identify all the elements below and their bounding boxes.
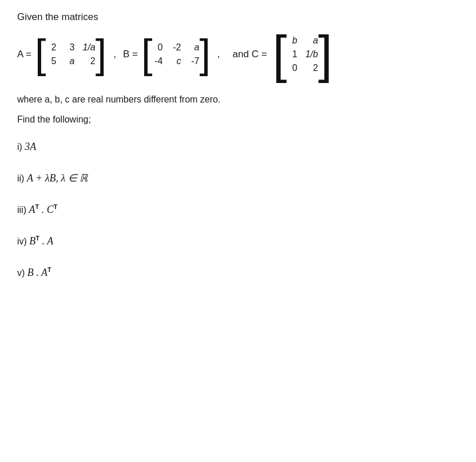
a-r0c2: 1/a [83, 42, 96, 53]
b-r1c1: c [170, 56, 181, 66]
b-r0c2: a [189, 42, 199, 53]
matrices-row: A = [ 2 3 1/a 5 a 2 ] , B = [ 0 -2 a -4 … [17, 34, 465, 74]
bracket-left-b: [ [141, 37, 152, 72]
matrix-c-content: b a 1 1/b 0 2 [287, 35, 318, 73]
problem-ii-content: A + λB, λ ∈ ℝ [27, 172, 88, 184]
problem-ii: ii) A + λB, λ ∈ ℝ [17, 171, 465, 186]
intro-text: Given the matrices [17, 11, 465, 23]
problem-v: v) B . AT [17, 265, 465, 281]
a-r0c1: 3 [65, 42, 75, 53]
matrix-b-content: 0 -2 a -4 c -7 [152, 42, 199, 66]
problem-iii: iii) AT . CT [17, 202, 465, 218]
a-r1c1: a [65, 56, 75, 66]
problem-iv-content: BT . A [29, 235, 53, 247]
problem-v-content: B . AT [27, 267, 51, 278]
problem-iv-label: iv) [17, 236, 29, 246]
problem-iii-content: AT . CT [29, 204, 57, 215]
problem-iii-label: iii) [17, 205, 29, 215]
problem-i-content: 3A [25, 141, 36, 152]
c-r1c1: 1/b [306, 49, 318, 60]
bracket-left-c: [ [273, 34, 287, 74]
b-r0c0: 0 [152, 42, 162, 53]
c-r2c1: 2 [306, 63, 318, 73]
problem-v-label: v) [17, 268, 27, 278]
problems-section: i) 3A ii) A + λB, λ ∈ ℝ iii) AT . CT iv)… [17, 139, 465, 281]
matrix-a: [ 2 3 1/a 5 a 2 ] [35, 37, 106, 72]
matrix-b: [ 0 -2 a -4 c -7 ] [141, 37, 211, 72]
c-r2c0: 0 [287, 63, 298, 73]
matrix-a-content: 2 3 1/a 5 a 2 [46, 42, 96, 66]
matrix-a-label: A = [17, 49, 31, 60]
b-r0c1: -2 [170, 42, 181, 53]
description-line2: Find the following; [17, 112, 465, 127]
a-r0c0: 2 [46, 42, 57, 53]
c-r0c1: a [306, 35, 318, 46]
c-r1c0: 1 [287, 49, 298, 60]
problem-ii-label: ii) [17, 173, 27, 183]
c-r0c0: b [287, 35, 298, 46]
a-r1c2: 2 [83, 56, 96, 66]
problem-iv: iv) BT . A [17, 234, 465, 249]
bracket-left-a: [ [35, 37, 46, 72]
bracket-right-a: ] [96, 37, 106, 72]
problem-i-label: i) [17, 142, 25, 152]
comma-a: , [113, 49, 116, 60]
matrix-c: [ b a 1 1/b 0 2 ] [273, 34, 332, 74]
description-line1: where a, b, c are real numbers different… [17, 92, 465, 107]
matrix-b-label: B = [123, 49, 138, 60]
b-r1c2: -7 [189, 56, 199, 66]
bracket-right-b: ] [199, 37, 210, 72]
b-r1c0: -4 [152, 56, 162, 66]
problem-i: i) 3A [17, 139, 465, 155]
a-r1c0: 5 [46, 56, 57, 66]
bracket-right-c: ] [318, 34, 332, 74]
and-c-label: and C = [233, 49, 267, 60]
comma-b: , [217, 49, 220, 60]
